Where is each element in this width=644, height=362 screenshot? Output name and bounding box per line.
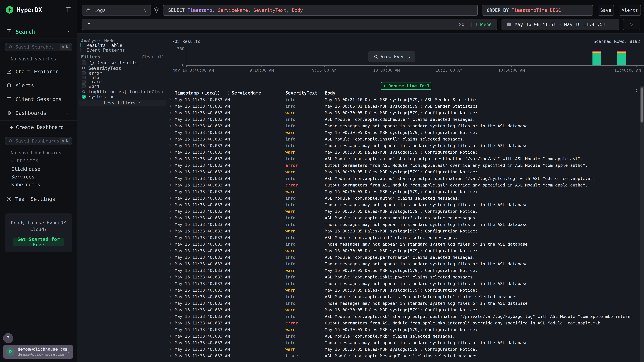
chevron-right-icon[interactable] (168, 151, 171, 153)
table-row[interactable]: May 16 11:38:40.683 AMinfoThose messages… (77, 241, 640, 247)
chevron-right-icon[interactable] (168, 269, 171, 272)
table-row[interactable]: May 16 11:38:40.683 AMinfoThose messages… (77, 221, 640, 228)
table-row[interactable]: May 16 11:38:40.683 AMwarnMay 16 00:30:0… (77, 228, 640, 234)
get-started-button[interactable]: Get Started for Free (14, 238, 64, 246)
resume-live-tail-button[interactable]: Resume Live Tail (381, 82, 431, 90)
table-row[interactable]: May 16 11:38:40.683 AMinfoASL Module "co… (77, 333, 640, 339)
order-by-input[interactable]: ORDER BY TimestampTime DESC (482, 5, 593, 15)
table-row[interactable]: May 16 11:38:40.683 AMwarnMay 16 00:30:0… (77, 208, 640, 215)
filter-option-info[interactable]: info (82, 75, 164, 80)
chevron-right-icon[interactable] (168, 190, 171, 193)
presets-toggle[interactable]: PRESETS (11, 158, 39, 164)
preset-services[interactable]: Services (11, 173, 73, 181)
table-row[interactable]: May 16 11:38:40.683 AMinfoASL Module "co… (77, 116, 640, 123)
sidebar-item-client-sessions[interactable]: Client Sessions (0, 92, 77, 106)
table-row[interactable]: May 16 11:38:40.683 AMinfoThose messages… (77, 339, 640, 346)
table-row[interactable]: May 16 11:38:40.683 AMinfoASL Module "co… (77, 274, 640, 280)
chevron-right-icon[interactable] (168, 131, 171, 134)
chevron-right-icon[interactable] (168, 302, 171, 305)
table-row[interactable]: May 16 11:38:40.683 AMinfoASL Module "co… (77, 234, 640, 241)
chevron-right-icon[interactable] (168, 322, 171, 324)
table-row[interactable]: May 16 11:38:40.683 AMwarnMay 16 00:30:0… (77, 169, 640, 175)
table-row[interactable]: May 16 11:38:40.683 AMinfoASL Module "co… (77, 136, 640, 142)
chevron-right-icon[interactable] (168, 295, 171, 298)
chevron-right-icon[interactable] (168, 335, 171, 338)
table-row[interactable]: May 16 11:38:40.683 AMwarnMay 16 00:30:0… (77, 267, 640, 274)
chevron-right-icon[interactable] (168, 164, 171, 167)
clear-all-button[interactable]: Clear all (142, 54, 164, 59)
checkbox[interactable] (82, 80, 86, 84)
table-row[interactable]: May 16 11:38:40.683 AMerrorOutput parame… (77, 162, 640, 169)
filter-option-error[interactable]: error (82, 71, 164, 75)
table-row[interactable]: May 16 11:38:40.683 AMinfoASL Module "co… (77, 313, 640, 320)
checkbox[interactable] (82, 60, 86, 65)
chevron-right-icon[interactable] (168, 157, 171, 160)
table-row[interactable]: May 16 11:38:40.683 AMwarnMay 16 00:30:0… (77, 287, 640, 293)
search-query-input[interactable]: * SQL|Lucene (82, 19, 497, 30)
chevron-right-icon[interactable] (168, 197, 171, 200)
saved-searches-input[interactable]: Saved Searches ⌘ K (4, 43, 72, 51)
search-mode-sql[interactable]: SQL (459, 22, 467, 27)
scrollbar-track[interactable] (640, 86, 644, 362)
table-row[interactable]: May 16 11:38:40.683 AMinfoASL Module "co… (77, 254, 640, 261)
table-row[interactable]: May 16 11:38:40.683 AMinfoThose messages… (77, 280, 640, 287)
save-button[interactable]: Save (598, 5, 614, 15)
create-dashboard-button[interactable]: + Create Dashboard (10, 124, 64, 130)
help-button[interactable]: ? (3, 333, 13, 343)
analysis-mode-results-table[interactable]: Results Table (79, 43, 166, 48)
table-row[interactable]: May 16 11:38:40.683 AMtraceASL Module "c… (77, 353, 640, 359)
search-mode-lucene[interactable]: Lucene (476, 22, 492, 27)
table-row[interactable]: May 16 11:38:40.683 AMinfoThose messages… (77, 123, 640, 129)
chevron-right-icon[interactable] (168, 177, 171, 180)
column-grip-icon[interactable]: ⋮ (226, 90, 231, 96)
table-row[interactable]: May 16 11:38:40.683 AMinfoMay 16 00:21:1… (77, 96, 640, 103)
table-row[interactable]: May 16 11:38:40.683 AMinfoMay 16 00:06:0… (77, 103, 640, 109)
column-header-timestamp[interactable]: Timestamp (Local) (175, 90, 220, 96)
table-row[interactable]: May 16 11:38:40.683 AMwarnMay 16 00:30:0… (77, 307, 640, 313)
column-grip-icon[interactable]: ⋮ (281, 90, 285, 96)
denoise-results-option[interactable]: Denoise Results (82, 60, 138, 65)
chevron-right-icon[interactable] (168, 203, 171, 206)
chevron-right-icon[interactable] (168, 282, 171, 285)
chevron-right-icon[interactable] (168, 276, 171, 278)
source-settings-gear-icon[interactable] (153, 7, 160, 14)
scrollbar-thumb[interactable] (640, 87, 644, 123)
chevron-right-icon[interactable] (168, 308, 171, 311)
chevron-right-icon[interactable] (168, 236, 171, 239)
chevron-right-icon[interactable] (168, 111, 171, 114)
column-header-severitytext[interactable]: SeverityText (285, 90, 317, 96)
sidebar-item-dashboards[interactable]: Dashboards (0, 106, 77, 120)
chevron-right-icon[interactable] (168, 138, 171, 140)
table-options-kebab-icon[interactable]: ⋮ (634, 87, 639, 92)
saved-dashboards-input[interactable]: Saved Dashboards ⌘ K (4, 137, 72, 145)
sidebar-item-team-settings[interactable]: Team Settings (6, 194, 55, 204)
column-header-body[interactable]: Body (325, 90, 336, 96)
alerts-button[interactable]: Alerts (619, 5, 641, 15)
chevron-right-icon[interactable] (168, 98, 171, 101)
chevron-right-icon[interactable] (168, 289, 171, 292)
table-row[interactable]: May 16 11:38:40.683 AMwarnMay 16 00:30:0… (77, 346, 640, 353)
checkbox[interactable] (82, 76, 86, 79)
checkbox[interactable] (82, 71, 86, 75)
chevron-right-icon[interactable] (168, 315, 171, 318)
table-row[interactable]: May 16 11:38:40.683 AMinfoThose messages… (77, 300, 640, 307)
table-row[interactable]: May 16 11:38:40.683 AMwarnMay 16 00:30:0… (77, 326, 640, 333)
chevron-right-icon[interactable] (168, 348, 171, 351)
table-row[interactable]: May 16 11:38:40.683 AMinfoASL Module "co… (77, 195, 640, 201)
sidebar-item-alerts[interactable]: Alerts (0, 78, 77, 92)
table-row[interactable]: May 16 11:38:40.683 AMinfoThose messages… (77, 142, 640, 149)
column-grip-icon[interactable]: ⋮ (319, 90, 323, 96)
preset-kubernetes[interactable]: Kubernetes (11, 181, 73, 189)
chevron-right-icon[interactable] (168, 216, 171, 219)
analysis-mode-event-patterns[interactable]: Event Patterns (79, 48, 166, 52)
checkbox[interactable] (82, 84, 86, 88)
sidebar-item-chart-explorer[interactable]: Chart Explorer (0, 65, 77, 78)
chevron-right-icon[interactable] (168, 118, 171, 121)
table-row[interactable]: May 16 11:38:40.683 AMinfoASL Module "co… (77, 215, 640, 221)
chevron-right-icon[interactable] (168, 249, 171, 252)
table-row[interactable]: May 16 11:38:40.683 AMwarnMay 16 00:30:0… (77, 188, 640, 195)
chevron-right-icon[interactable] (168, 210, 171, 213)
sidebar-collapse-icon[interactable] (65, 6, 72, 13)
table-row[interactable]: May 16 11:38:40.683 AMwarnMay 16 00:30:0… (77, 149, 640, 155)
chevron-right-icon[interactable] (168, 105, 171, 107)
